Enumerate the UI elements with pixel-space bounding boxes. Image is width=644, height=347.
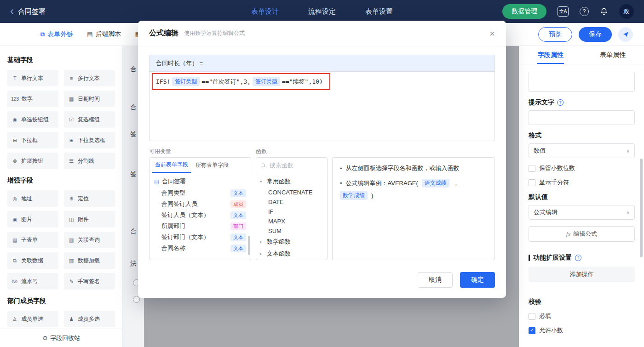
function-item[interactable]: MAPX	[256, 216, 327, 226]
function-search-input[interactable]	[270, 162, 322, 169]
variable-row[interactable]: 合同类型 文本	[150, 188, 251, 199]
example-token: 数学成绩	[340, 191, 368, 200]
close-icon[interactable]: ×	[489, 29, 495, 38]
avatar[interactable]: 政	[619, 4, 634, 19]
bell-icon[interactable]	[600, 7, 608, 16]
extension-help-icon[interactable]: ?	[575, 255, 581, 261]
sidebar-item-radio-group[interactable]: ◉单选按钮组	[7, 111, 58, 128]
data-manage-button[interactable]: 数据管理	[502, 4, 546, 19]
field-title-input[interactable]	[529, 72, 635, 92]
edit-formula-button[interactable]: fx 编辑公式	[529, 226, 635, 242]
field-item-label: 单行文本	[21, 74, 43, 82]
sidebar-item-lookup[interactable]: ▥关联查询	[64, 232, 115, 248]
option-required[interactable]: 必填	[529, 312, 635, 320]
function-item[interactable]: SUM	[256, 226, 327, 236]
variable-row[interactable]: 签订部门（文本） 文本	[150, 232, 251, 243]
sidebar-item-number[interactable]: 123数字	[7, 91, 58, 107]
formula-editor[interactable]: IFS( 签订类型 =="首次签订",3, 签订类型 =="续签",10)	[150, 72, 494, 141]
checkbox-unchecked-icon[interactable]	[529, 179, 535, 186]
sidebar-item-member-multi[interactable]: ♟成员多选	[64, 311, 115, 327]
function-item[interactable]: CONCATENATE	[256, 188, 327, 197]
checkbox-icon: ☑	[68, 117, 75, 123]
function-tree: ▾ 常用函数 CONCATENATE DATE IF MAPX SUM ▸ 数学…	[256, 173, 327, 260]
tab-all-form-fields[interactable]: 所有表单字段	[193, 158, 231, 173]
tab-form-settings[interactable]: 表单设置	[365, 7, 393, 16]
back-button[interactable]: ‹ 合同签署	[10, 7, 46, 17]
sidebar-item-dropdown-multi[interactable]: ⊞下拉复选框	[64, 132, 115, 148]
sidebar-item-attachment[interactable]: ◫附件	[64, 211, 115, 228]
checkbox-checked-icon[interactable]	[529, 327, 535, 334]
panel-scrollbar[interactable]	[640, 159, 643, 257]
sidebar-item-checkbox-group[interactable]: ☑复选框组	[64, 111, 115, 128]
checkbox-unchecked-icon[interactable]	[529, 313, 535, 320]
field-item-label: 下拉复选框	[78, 137, 105, 144]
help-icon[interactable]: ?	[580, 7, 589, 16]
tab-process-settings[interactable]: 流程设定	[308, 7, 336, 16]
sidebar-item-divider[interactable]: ☰分割线	[64, 153, 115, 169]
title-accent-bar	[529, 255, 530, 261]
field-recycle-bin[interactable]: ♻ 字段回收站	[0, 329, 123, 347]
option-thousand-separator[interactable]: 显示千分符	[529, 178, 635, 187]
backend-script-button[interactable]: ▤ 后端脚本	[87, 30, 121, 39]
option-label: 显示千分符	[539, 178, 569, 187]
field-item-label: 成员单选	[21, 315, 43, 323]
sidebar-item-dropdown[interactable]: ⊟下拉框	[7, 132, 58, 148]
tab-form-properties[interactable]: 表单属性	[582, 46, 644, 64]
variables-root-label: 合同签署	[162, 177, 186, 186]
image-icon: ▣	[11, 216, 18, 222]
dropdown-icon: ⊟	[11, 137, 18, 143]
sidebar-item-location[interactable]: ⊕定位	[64, 190, 115, 207]
sidebar-item-member-single[interactable]: ♙成员单选	[7, 311, 58, 327]
confirm-button[interactable]: 确定	[460, 272, 495, 288]
share-button[interactable]	[618, 27, 633, 42]
variables-scrollbar[interactable]	[248, 236, 250, 255]
field-token[interactable]: 签订类型	[253, 77, 280, 86]
variable-row[interactable]: 合同签订人员 成员	[150, 199, 251, 210]
function-item[interactable]: DATE	[256, 197, 327, 207]
function-item[interactable]: IF	[256, 207, 327, 216]
sidebar-item-subform[interactable]: ▤子表单	[7, 232, 58, 248]
group-common-functions[interactable]: ▾ 常用函数	[256, 176, 327, 188]
sidebar-item-image[interactable]: ▣图片	[7, 211, 58, 228]
tab-form-design[interactable]: 表单设计	[251, 7, 279, 16]
group-math-functions[interactable]: ▸ 数学函数	[256, 236, 327, 248]
section-basic-fields: 基础字段	[7, 56, 115, 64]
cancel-button[interactable]: 取消	[418, 272, 453, 288]
variable-row[interactable]: 合同名称 文本	[150, 243, 251, 254]
add-operation-button[interactable]: 添加操作	[529, 267, 635, 282]
sidebar-item-extend-button[interactable]: ⊜扩展按钮	[7, 153, 58, 169]
tab-field-properties[interactable]: 字段属性	[519, 46, 582, 64]
variable-row[interactable]: 签订人员（文本） 文本	[150, 210, 251, 221]
preview-button[interactable]: 预览	[538, 27, 572, 42]
sidebar-item-serial-number[interactable]: №流水号	[7, 273, 58, 290]
option-keep-decimals[interactable]: 保留小数位数	[529, 164, 635, 172]
help-box: • 从左侧面板选择字段名和函数，或输入函数 • 公式编辑举例：AVERAGE( …	[332, 157, 495, 260]
sidebar-item-single-text[interactable]: T单行文本	[7, 70, 58, 86]
format-select[interactable]: 数值 ∨	[529, 143, 635, 158]
sidebar-item-multi-text[interactable]: ≡多行文本	[64, 70, 115, 86]
language-icon[interactable]: 文A	[558, 6, 569, 17]
sidebar-item-linked-data[interactable]: ⧉关联数据	[7, 252, 58, 269]
formula-text: =="首次签订",3,	[201, 78, 251, 86]
properties-panel: 字段属性 表单属性 提示文字 ? 格式 数值 ∨ 保留小数位数 显示千分符 默认…	[519, 46, 644, 347]
option-allow-decimal[interactable]: 允许小数	[529, 326, 635, 335]
function-group-label: 常用函数	[267, 177, 291, 186]
sidebar-item-address[interactable]: ◎地址	[7, 190, 58, 207]
field-token[interactable]: 签订类型	[172, 77, 200, 86]
sidebar-item-signature[interactable]: ✎手写签名	[64, 273, 115, 290]
format-label: 格式	[529, 131, 635, 140]
hint-text-input[interactable]	[529, 110, 635, 125]
form-external-link-button[interactable]: ⧉ 表单外链	[40, 30, 73, 39]
field-item-label: 下拉框	[21, 137, 38, 144]
default-value-select[interactable]: 公式编辑 ∨	[529, 205, 635, 220]
variables-root-node[interactable]: ▤ 合同签署	[150, 176, 251, 188]
tab-current-form-fields[interactable]: 当前表单字段	[152, 158, 191, 173]
type-tag: 文本	[230, 189, 246, 197]
sidebar-item-data-load[interactable]: ▥数据加载	[64, 252, 115, 269]
hint-help-icon[interactable]: ?	[557, 99, 564, 106]
save-button[interactable]: 保存	[579, 27, 612, 42]
sidebar-item-datetime[interactable]: ▦日期时间	[64, 91, 115, 107]
variable-row[interactable]: 所属部门 部门	[150, 221, 251, 232]
checkbox-unchecked-icon[interactable]	[529, 165, 535, 172]
group-text-functions[interactable]: ▸ 文本函数	[256, 248, 327, 260]
